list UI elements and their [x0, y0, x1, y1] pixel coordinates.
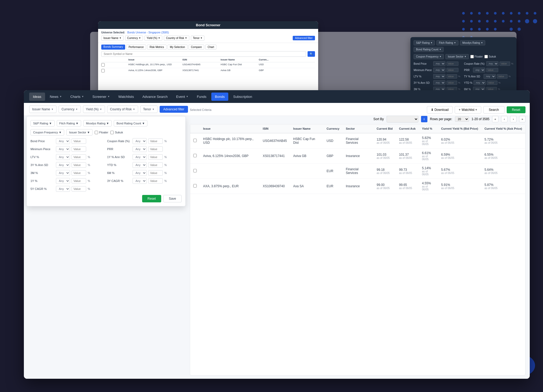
panel-save-btn[interactable]: Save [163, 195, 182, 202]
bg-panel-floater-label[interactable]: Floater [470, 55, 483, 58]
bg-field-3y-annsd-input[interactable] [446, 81, 457, 85]
bg-panel-fitch-rating[interactable]: Fitch Rating ▼ [436, 40, 458, 45]
ltv-select[interactable]: Any [56, 154, 70, 160]
bg-field-ytd-input[interactable] [487, 81, 497, 85]
panel-coupon-freq-btn[interactable]: Coupon Frequency ▼ [30, 129, 64, 136]
nav-item-event[interactable]: Event ▼ [172, 93, 192, 101]
nav-item-advance-search[interactable]: Advance Search [139, 93, 171, 101]
bg-panel-sp-rating[interactable]: S&P Rating ▼ [414, 40, 435, 45]
panel-moodys-btn[interactable]: Moodys Rating ▼ [83, 120, 112, 127]
tenor-filter-btn[interactable]: Tenor ▼ [140, 106, 157, 113]
bg-panel-floater-cb[interactable] [470, 55, 474, 58]
sw-row1-cb[interactable] [101, 63, 105, 67]
ytd-input[interactable] [148, 162, 163, 168]
bg-field-1y-annsd-select[interactable]: Any [484, 74, 496, 79]
nav-item-ideas[interactable]: Ideas [29, 93, 45, 101]
bg-panel-sukuk-cb[interactable] [484, 55, 488, 58]
bg-field-min-piece-input[interactable] [446, 68, 458, 72]
nav-item-screener[interactable]: Screener ▼ [89, 93, 113, 101]
search-btn[interactable]: Search [483, 106, 505, 114]
bg-field-bond-price-select[interactable]: Any [433, 61, 445, 66]
country-filter-btn[interactable]: Country of Risk ▼ [107, 106, 138, 113]
reset-btn[interactable]: Reset [507, 106, 526, 113]
download-btn[interactable]: ⬇ Download [427, 106, 453, 114]
sw-tab-chart[interactable]: Chart [205, 45, 216, 50]
ltv-input[interactable] [72, 154, 86, 160]
bg-field-1y-annsd-input[interactable] [497, 74, 507, 79]
sw-country-filter[interactable]: Country of Risk ▼ [164, 36, 189, 41]
panel-issuer-sector-btn[interactable]: Issuer Sector ▼ [66, 129, 93, 136]
bg-field-prr-input[interactable] [486, 68, 498, 72]
bg-field-ytd-select[interactable]: Any [474, 80, 486, 85]
5y-cagr-input[interactable] [72, 186, 86, 191]
bg-panel-issuer-sector[interactable]: Issuer Sector ▼ [445, 54, 469, 59]
first-page-btn[interactable]: « [492, 116, 498, 122]
sw-tab-my-selection[interactable]: My Selection [168, 45, 187, 50]
col-header-isin[interactable]: ISIN [260, 124, 290, 133]
sw-search-input[interactable] [101, 51, 306, 57]
bg-panel-moodys[interactable]: Moodys Rating ▼ [460, 40, 485, 45]
col-header-current-ask[interactable]: Current Ask [396, 124, 419, 133]
nav-item-subscription[interactable]: Subscription [229, 93, 256, 101]
1y-select[interactable]: Any [56, 178, 70, 184]
floater-checkbox[interactable] [95, 131, 98, 134]
bg-field-ltv-input[interactable] [446, 74, 457, 79]
bg-field-coupon-rate-select[interactable]: Any [486, 61, 498, 66]
col-header-issuer-name[interactable]: Issuer Name [290, 124, 323, 133]
rows-per-page-select[interactable]: 20 50 100 [455, 116, 469, 122]
bg-field-coupon-rate-input[interactable] [500, 62, 510, 66]
5y-cagr-select[interactable]: Any [56, 186, 70, 192]
issuer-name-filter-btn[interactable]: Issuer Name ▼ [29, 106, 56, 113]
col-header-current-bid[interactable]: Current Bid [373, 124, 396, 133]
3m-select[interactable]: Any [56, 170, 70, 176]
sukuk-checkbox[interactable] [110, 131, 114, 134]
bg-field-bond-price-input[interactable] [446, 62, 458, 66]
nav-item-bonds[interactable]: Bonds [211, 93, 229, 101]
bg-panel-coupon-freq[interactable]: Coupon Frequency ▼ [414, 54, 444, 59]
sw-row2-cb[interactable] [101, 69, 105, 72]
1y-ann-sd-select[interactable]: Any [133, 154, 147, 160]
watchlist-btn[interactable]: + Watchlist + [455, 106, 481, 114]
col-header-issue[interactable]: Issue [200, 124, 260, 133]
6m-select[interactable]: Any [133, 170, 147, 176]
bg-field-min-piece-select[interactable]: Any [433, 68, 445, 72]
min-piece-input[interactable] [72, 146, 86, 152]
col-header-currency[interactable]: Currency [323, 124, 343, 133]
sw-issuer-name-filter[interactable]: Issuer Name ▼ [101, 36, 124, 41]
sukuk-checkbox-label[interactable]: Sukuk [110, 131, 123, 134]
panel-bond-count-btn[interactable]: Bond Rating Count ▼ [114, 120, 147, 127]
panel-sp-rating-btn[interactable]: S&P Rating ▼ [30, 120, 55, 127]
col-header-yield-bid[interactable]: Current Yield % (Bid Price) [438, 124, 481, 133]
col-header-yield[interactable]: Yield % [419, 124, 438, 133]
nav-item-watchlists[interactable]: Watchlists [115, 93, 138, 101]
bg-panel-sukuk-label[interactable]: Sukuk [484, 55, 496, 58]
col-header-yield-ask[interactable]: Current Yield % (Ask Price) [481, 124, 525, 133]
nav-item-funds[interactable]: Funds [193, 93, 210, 101]
bg-field-prr-select[interactable]: Any [473, 68, 485, 72]
prev-page-btn[interactable]: ‹ [501, 116, 507, 122]
3y-ann-sd-input[interactable] [72, 162, 86, 168]
row3-checkbox[interactable] [193, 169, 197, 172]
bond-price-input[interactable] [72, 138, 86, 144]
row2-checkbox[interactable] [193, 154, 197, 157]
sw-yield-filter[interactable]: Yield (%) ▼ [144, 36, 162, 41]
panel-fitch-rating-btn[interactable]: Fitch Rating ▼ [57, 120, 81, 127]
sw-tenor-filter[interactable]: Tenor ▼ [191, 36, 205, 41]
coupon-rate-select[interactable]: Any [133, 138, 147, 144]
sort-select[interactable] [387, 116, 418, 123]
row1-checkbox[interactable] [193, 139, 197, 142]
row4-checkbox[interactable] [193, 184, 197, 188]
min-piece-select[interactable]: Any [56, 146, 70, 152]
sort-info-btn[interactable]: i [421, 116, 427, 122]
currency-filter-btn[interactable]: Currency ▼ [59, 106, 81, 113]
coupon-rate-input[interactable] [148, 138, 163, 144]
nav-item-charts[interactable]: Charts ▼ [67, 93, 87, 101]
sw-tab-performance[interactable]: Performance [126, 45, 146, 50]
yield-filter-btn[interactable]: Yield (%) ▼ [83, 106, 105, 113]
bg-field-3y-annsd-select[interactable]: Any [433, 80, 445, 85]
sw-search-btn[interactable]: 🔍 [308, 51, 315, 57]
bg-panel-bond-count[interactable]: Bond Rating Count ▼ [414, 47, 444, 52]
sw-tab-risk-metrics[interactable]: Risk Metrics [147, 45, 166, 50]
6m-input[interactable] [148, 170, 163, 176]
ytd-select[interactable]: Any [133, 162, 147, 168]
